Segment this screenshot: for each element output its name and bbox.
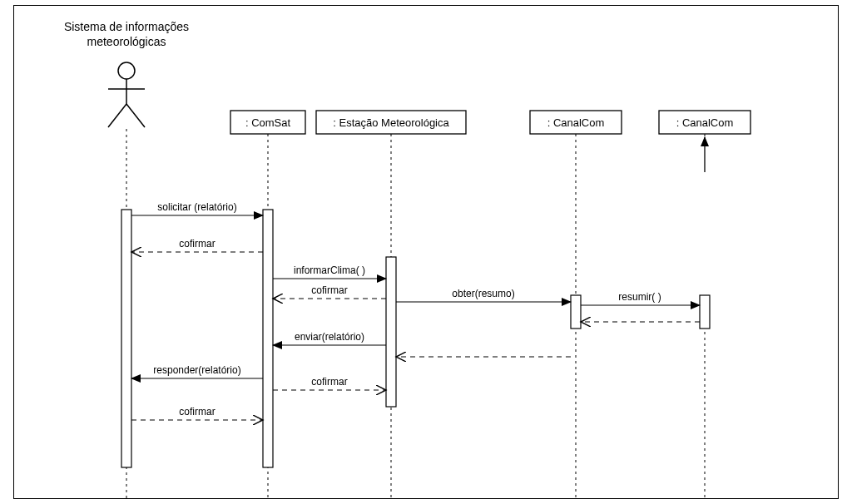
- lifeline-estacao: : Estação Meteorológica: [316, 111, 466, 134]
- svg-point-0: [118, 62, 135, 79]
- activation-estacao: [386, 257, 396, 407]
- svg-line-4: [126, 104, 145, 127]
- lifeline-label-estacao: : Estação Meteorológica: [333, 116, 449, 129]
- msg-label-solicitar: solicitar (relatório): [157, 201, 236, 213]
- msg-label-cofirmar-1: cofirmar: [179, 238, 215, 250]
- svg-line-3: [108, 104, 126, 127]
- msg-label-cofirmar-3: cofirmar: [311, 376, 347, 388]
- diagram-frame: Sistema de informações meteorológicas : …: [13, 5, 839, 499]
- msg-label-obter: obter(resumo): [452, 288, 514, 299]
- lifeline-comsat: : ComSat: [230, 111, 305, 134]
- msg-label-responder: responder(relatório): [153, 364, 240, 376]
- activation-canal2: [700, 295, 710, 329]
- sequence-diagram: Sistema de informações meteorológicas : …: [14, 6, 838, 498]
- actor-title-line2: meteorológicas: [87, 35, 166, 48]
- lifeline-canal2: : CanalCom: [659, 111, 750, 134]
- lifeline-label-canal2: : CanalCom: [676, 116, 734, 129]
- msg-label-informarclima: informarClima( ): [294, 264, 365, 276]
- actor-title-line1: Sistema de informações: [64, 20, 189, 33]
- lifeline-label-canal1: : CanalCom: [547, 116, 605, 129]
- activation-canal1: [571, 295, 581, 329]
- activation-actor: [121, 210, 131, 467]
- lifeline-canal1: : CanalCom: [530, 111, 622, 134]
- msg-label-cofirmar-2: cofirmar: [311, 284, 347, 296]
- lifeline-label-comsat: : ComSat: [245, 116, 291, 129]
- actor-icon: [108, 62, 145, 127]
- msg-label-enviar: enviar(relatório): [295, 331, 364, 343]
- msg-label-resumir: resumir( ): [618, 291, 661, 303]
- activation-comsat: [263, 210, 273, 467]
- msg-label-cofirmar-4: cofirmar: [179, 406, 215, 418]
